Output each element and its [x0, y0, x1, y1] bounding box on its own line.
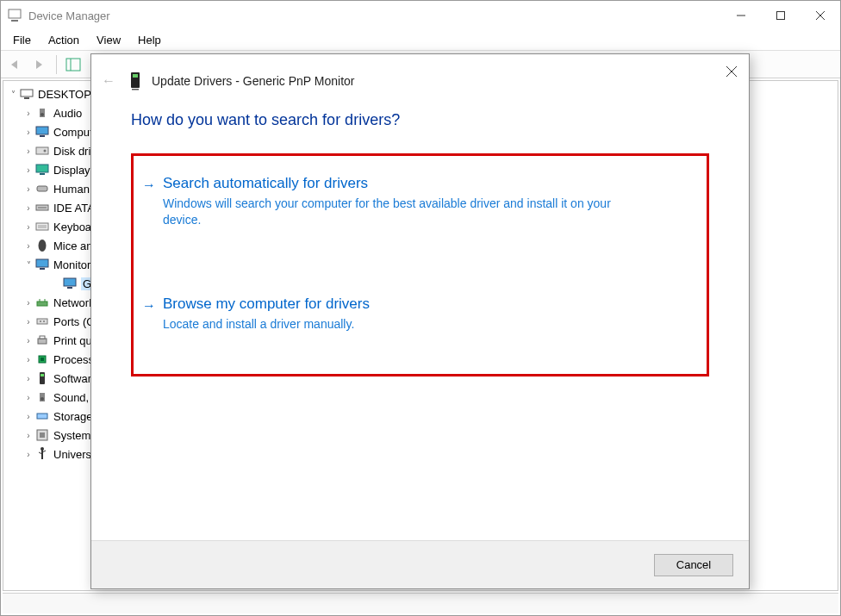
svg-rect-30	[64, 278, 76, 286]
network-icon	[34, 296, 50, 309]
toolbar-divider	[56, 55, 57, 74]
computer-icon	[19, 87, 34, 101]
monitor-icon	[62, 277, 78, 290]
ide-icon	[34, 201, 50, 215]
titlebar: Device Manager	[1, 1, 840, 30]
menu-file[interactable]: File	[6, 32, 38, 48]
printer-icon	[34, 333, 50, 347]
dialog-header: ← Update Drivers - Generic PnP Monitor	[91, 54, 749, 108]
svg-rect-21	[37, 186, 47, 191]
back-button[interactable]	[4, 53, 27, 76]
expand-icon[interactable]: ›	[22, 146, 34, 156]
svg-rect-28	[36, 259, 48, 267]
dialog-back-button[interactable]: ←	[102, 73, 115, 89]
svg-rect-16	[40, 135, 45, 137]
option-browse-computer[interactable]: → Browse my computer for drivers Locate …	[140, 280, 700, 336]
speaker-icon	[34, 106, 50, 120]
menubar: File Action View Help	[1, 30, 840, 51]
menu-action[interactable]: Action	[41, 32, 86, 48]
svg-rect-3	[777, 12, 785, 20]
collapse-icon[interactable]: ˅	[22, 260, 34, 270]
options-highlight-box: → Search automatically for drivers Windo…	[131, 153, 709, 376]
svg-point-18	[44, 150, 47, 152]
window-controls	[721, 2, 840, 29]
display-icon	[34, 163, 50, 177]
expand-icon[interactable]: ›	[22, 431, 34, 440]
svg-rect-48	[40, 432, 45, 438]
svg-rect-19	[36, 165, 48, 172]
svg-point-50	[40, 447, 44, 451]
expand-icon[interactable]: ›	[22, 203, 34, 213]
expand-icon[interactable]: ›	[22, 336, 34, 345]
forward-button[interactable]	[28, 53, 51, 76]
mouse-icon	[34, 239, 50, 252]
svg-point-36	[40, 320, 41, 322]
menu-help[interactable]: Help	[131, 32, 168, 48]
expand-icon[interactable]: ›	[22, 165, 34, 175]
svg-rect-6	[66, 59, 80, 71]
svg-rect-20	[40, 173, 45, 175]
svg-rect-55	[132, 89, 139, 90]
option2-desc: Locate and install a driver manually.	[163, 316, 645, 333]
svg-rect-31	[67, 287, 72, 289]
svg-rect-41	[40, 358, 44, 361]
svg-rect-15	[36, 127, 48, 134]
arrow-right-icon: →	[142, 175, 163, 193]
expand-icon[interactable]: ›	[22, 450, 34, 459]
monitor-icon	[34, 125, 50, 139]
dialog-question: How do you want to search for drivers?	[131, 111, 709, 129]
maximize-button[interactable]	[761, 2, 801, 29]
dialog-body: How do you want to search for drivers? →…	[91, 108, 749, 540]
option-search-automatically[interactable]: → Search automatically for drivers Windo…	[140, 159, 700, 232]
svg-rect-35	[37, 319, 47, 324]
svg-point-14	[40, 113, 44, 116]
device-icon	[128, 72, 143, 90]
expand-icon[interactable]: ›	[22, 298, 34, 308]
port-icon	[34, 314, 50, 328]
monitor-icon	[34, 258, 50, 271]
update-drivers-dialog: ← Update Drivers - Generic PnP Monitor H…	[90, 53, 750, 589]
dialog-title: Update Drivers - Generic PnP Monitor	[152, 74, 355, 88]
svg-point-27	[39, 240, 47, 252]
svg-rect-29	[40, 268, 45, 270]
expand-icon[interactable]: ›	[22, 412, 34, 421]
expand-icon[interactable]: ›	[22, 109, 34, 118]
svg-rect-1	[11, 20, 18, 22]
option1-title: Search automatically for drivers	[163, 175, 693, 192]
svg-rect-38	[38, 339, 47, 344]
device-manager-icon	[8, 9, 22, 22]
minimize-button[interactable]	[721, 2, 761, 29]
expand-icon[interactable]: ›	[22, 241, 34, 251]
svg-rect-12	[24, 97, 29, 99]
expand-icon[interactable]: ›	[22, 374, 34, 383]
option2-title: Browse my computer for drivers	[163, 296, 693, 313]
dialog-close-button[interactable]	[726, 66, 737, 77]
expand-icon[interactable]: ›	[22, 222, 34, 232]
svg-rect-46	[37, 414, 47, 419]
system-icon	[34, 428, 50, 442]
svg-rect-39	[40, 336, 45, 339]
expand-icon[interactable]: ›	[22, 128, 34, 137]
window-title: Device Manager	[28, 9, 110, 22]
usb-icon	[34, 447, 50, 461]
expand-icon[interactable]: ›	[22, 355, 34, 364]
speaker-icon	[34, 390, 50, 404]
close-button[interactable]	[801, 2, 840, 29]
svg-rect-32	[37, 302, 47, 306]
collapse-icon[interactable]: ˅	[7, 90, 19, 99]
svg-rect-54	[133, 74, 138, 78]
tree-root-label: DESKTOP	[38, 88, 91, 101]
cpu-icon	[34, 352, 50, 366]
option1-desc: Windows will search your computer for th…	[163, 196, 645, 228]
expand-icon[interactable]: ›	[22, 393, 34, 402]
expand-icon[interactable]: ›	[22, 317, 34, 327]
expand-icon[interactable]: ›	[22, 184, 34, 194]
svg-rect-24	[36, 223, 48, 230]
arrow-right-icon: →	[142, 296, 163, 314]
show-hide-tree-button[interactable]	[62, 53, 84, 76]
storage-icon	[34, 409, 50, 423]
menu-view[interactable]: View	[90, 32, 128, 48]
status-bar	[3, 593, 838, 613]
cancel-button[interactable]: Cancel	[654, 554, 733, 576]
svg-rect-0	[9, 9, 21, 18]
